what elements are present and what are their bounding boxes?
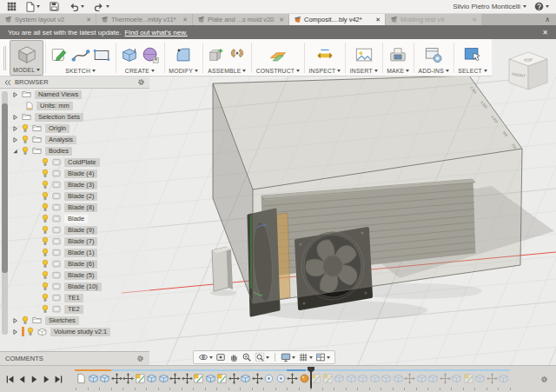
timeline-strip[interactable]	[70, 367, 515, 391]
comments-settings-gear-icon[interactable]	[136, 355, 144, 362]
browser-settings-gear-icon[interactable]	[137, 78, 145, 86]
browser-tree-row[interactable]: Blade (8)	[0, 202, 149, 213]
user-menu[interactable]: Silvio Pietro Monticelli	[453, 3, 526, 10]
browser-tree-row[interactable]: Blade	[0, 213, 149, 224]
orbit-button[interactable]	[198, 352, 213, 362]
toolbar-group-make[interactable]: MAKE	[384, 40, 412, 76]
timeline-feature-box[interactable]	[393, 372, 404, 383]
browser-scrollbar[interactable]	[2, 91, 8, 335]
bulb-icon[interactable]	[42, 282, 49, 291]
toolbar-group-construct[interactable]: CONSTRUCT	[254, 40, 302, 76]
toolbar-group-sketch[interactable]: SKETCH	[48, 40, 114, 76]
apps-grid-button[interactable]	[7, 2, 17, 11]
tri-down-icon[interactable]	[12, 148, 18, 155]
bulb-icon[interactable]	[42, 293, 49, 302]
viewports-button[interactable]	[315, 352, 330, 362]
timeline-feature-move[interactable]	[287, 372, 298, 383]
bulb-icon[interactable]	[42, 203, 49, 212]
tree-item-label[interactable]: Blade (5)	[64, 271, 97, 280]
tree-item-label[interactable]: Origin	[45, 124, 70, 133]
tri-right-icon[interactable]	[12, 329, 18, 336]
timeline-feature-sketch[interactable]	[216, 372, 228, 383]
whats-new-link[interactable]: Find out what's new.	[124, 29, 187, 37]
timeline-feature-sketch[interactable]	[463, 372, 474, 383]
bulb-icon[interactable]	[42, 169, 49, 178]
timeline-feature-box[interactable]	[334, 372, 345, 383]
timeline-feature-sketch[interactable]	[135, 372, 146, 383]
help-menu[interactable]	[534, 2, 549, 11]
bulb-icon[interactable]	[42, 304, 49, 314]
tab-close-button[interactable]: ✕	[279, 17, 284, 23]
bulb-icon[interactable]	[22, 316, 29, 325]
toolbar-group-addins[interactable]: ADD-INS	[416, 40, 452, 76]
timeline-feature-box[interactable]	[369, 372, 381, 383]
browser-tree-row[interactable]: Volume study v2:1	[0, 326, 149, 337]
timeline-feature-move[interactable]	[182, 372, 193, 383]
document-tab[interactable]: Plate and ...s mold v20✕	[193, 14, 288, 25]
toolbar-group-select[interactable]: SELECT	[455, 40, 490, 76]
timeline-feature-revolve[interactable]	[275, 372, 287, 383]
tri-right-icon[interactable]	[12, 317, 18, 324]
timeline-feature-box[interactable]	[451, 372, 462, 383]
tree-item-label[interactable]: Blade (1)	[64, 249, 97, 257]
skip-start-button[interactable]	[4, 373, 16, 385]
tree-item-label[interactable]: TE2	[64, 305, 83, 314]
step-back-button[interactable]	[17, 373, 28, 385]
timeline-feature-box[interactable]	[205, 372, 216, 383]
timeline-feature-doc[interactable]	[76, 372, 87, 383]
sketch-spline-icon[interactable]	[71, 45, 90, 64]
browser-tree-row[interactable]: Origin	[0, 123, 149, 134]
browser-tree-row[interactable]: Selection Sets	[0, 111, 149, 123]
browser-tree-row[interactable]: ColdPlate	[0, 156, 149, 168]
timeline-feature-move[interactable]	[404, 372, 415, 383]
tree-item-label[interactable]: Analysis	[45, 136, 76, 144]
timeline-feature-appearance[interactable]	[299, 372, 310, 383]
bulb-icon[interactable]	[22, 123, 29, 133]
browser-tree-row[interactable]: Named Views	[0, 89, 149, 100]
timeline-feature-box[interactable]	[357, 372, 368, 383]
toolbar-group-assemble[interactable]: ASSEMBLE	[204, 40, 249, 76]
toolbar-drag-grip[interactable]	[3, 46, 6, 70]
undo-button[interactable]	[69, 2, 84, 11]
tree-item-label[interactable]: Volume study v2:1	[50, 328, 110, 336]
bulb-icon[interactable]	[42, 248, 49, 257]
fit-button[interactable]	[255, 352, 269, 362]
timeline-feature-move[interactable]	[122, 372, 134, 383]
bulb-icon[interactable]	[42, 259, 49, 269]
toolbar-group-model[interactable]: MODEL	[10, 40, 43, 76]
tree-item-label[interactable]: Named Views	[35, 90, 82, 99]
browser-tree-row[interactable]: Analysis	[0, 134, 149, 145]
insert-image-icon[interactable]	[354, 45, 374, 64]
pan-button[interactable]	[228, 352, 239, 362]
browser-tree-row[interactable]: Blade (7)	[0, 236, 149, 247]
bulb-icon[interactable]	[42, 214, 49, 223]
tri-right-icon[interactable]	[12, 114, 18, 121]
timeline-feature-move[interactable]	[486, 372, 498, 383]
bulb-icon[interactable]	[27, 327, 34, 336]
timeline-feature-sketch[interactable]	[322, 372, 334, 383]
document-tab[interactable]: Thermoele...mbly v11*✕	[96, 14, 192, 25]
tree-item-label[interactable]: Blade (4)	[64, 169, 97, 178]
collapse-panel-icon[interactable]	[4, 79, 11, 86]
timeline-feature-box[interactable]	[88, 372, 99, 383]
tree-item-label[interactable]: Blade (6)	[64, 260, 97, 269]
zoom-button[interactable]	[242, 352, 252, 362]
bulb-icon[interactable]	[42, 270, 49, 280]
tree-item-label[interactable]: Blade (10)	[64, 282, 102, 291]
timeline-feature-move[interactable]	[228, 372, 240, 383]
timeline-feature-box[interactable]	[416, 372, 427, 383]
assemble-joint-icon[interactable]	[228, 45, 247, 64]
sketch-pencil-icon[interactable]	[50, 45, 70, 64]
make-print-icon[interactable]	[388, 45, 407, 64]
create-sphere-icon[interactable]	[141, 45, 160, 64]
look-at-button[interactable]	[215, 352, 226, 362]
construct-plane-icon[interactable]	[268, 45, 288, 64]
timeline-feature-move[interactable]	[111, 372, 122, 383]
grid-settings-button[interactable]	[298, 352, 313, 362]
tree-item-label[interactable]: ColdPlate	[64, 158, 100, 167]
browser-tree-row[interactable]: Blade (4)	[0, 168, 149, 179]
timeline-feature-move[interactable]	[169, 372, 181, 383]
timeline-feature-box[interactable]	[474, 372, 486, 383]
browser-scrollbar-thumb[interactable]	[2, 103, 8, 273]
browser-tree-row[interactable]: Blade (1)	[0, 247, 149, 258]
